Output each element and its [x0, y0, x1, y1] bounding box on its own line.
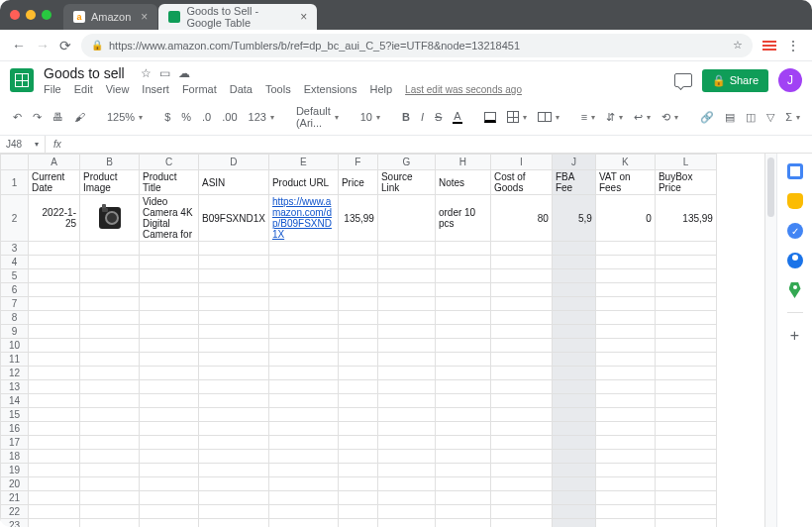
vertical-scrollbar[interactable] — [764, 154, 776, 527]
cell[interactable] — [595, 505, 655, 519]
comments-icon[interactable] — [674, 73, 692, 87]
cell[interactable] — [595, 325, 655, 339]
cell[interactable] — [435, 491, 490, 505]
cell[interactable]: 0 — [595, 195, 655, 242]
cell[interactable]: Source Link — [377, 170, 435, 195]
cell[interactable] — [338, 339, 377, 353]
forward-button[interactable]: → — [36, 38, 50, 53]
cell[interactable] — [199, 477, 269, 491]
cell[interactable] — [435, 353, 490, 367]
star-doc-icon[interactable]: ☆ — [141, 66, 152, 80]
cell[interactable] — [268, 311, 338, 325]
cell[interactable] — [29, 311, 80, 325]
row-header[interactable]: 2 — [1, 195, 29, 242]
undo-button[interactable]: ↶ — [10, 109, 25, 126]
cell[interactable] — [338, 450, 377, 464]
cell[interactable] — [80, 380, 140, 394]
insert-link-button[interactable]: 🔗 — [697, 109, 717, 126]
row-header[interactable]: 13 — [1, 380, 29, 394]
horizontal-align-button[interactable]: ≡ — [578, 109, 598, 125]
row-header[interactable]: 11 — [1, 353, 29, 367]
cell[interactable] — [655, 339, 716, 353]
star-icon[interactable]: ☆ — [733, 39, 743, 52]
cell[interactable]: Product URL — [268, 170, 338, 195]
cell[interactable] — [338, 325, 377, 339]
cell[interactable] — [490, 297, 552, 311]
row-header[interactable]: 23 — [1, 519, 29, 528]
cell[interactable] — [29, 269, 80, 283]
cell[interactable] — [435, 464, 490, 477]
cell[interactable] — [490, 394, 552, 408]
cell[interactable] — [29, 283, 80, 297]
cell[interactable] — [29, 256, 80, 269]
cell[interactable] — [268, 394, 338, 408]
cell[interactable] — [490, 367, 552, 380]
cell[interactable] — [377, 491, 435, 505]
cell[interactable] — [435, 422, 490, 436]
cell[interactable] — [655, 491, 716, 505]
name-box[interactable]: J48▾ — [0, 136, 46, 153]
cell[interactable] — [140, 464, 199, 477]
cell[interactable] — [338, 269, 377, 283]
cell[interactable] — [80, 519, 140, 528]
cell[interactable] — [435, 408, 490, 422]
cell[interactable] — [377, 311, 435, 325]
column-header-H[interactable]: H — [435, 155, 490, 170]
menu-help[interactable]: Help — [369, 83, 392, 95]
cell[interactable] — [435, 256, 490, 269]
cell[interactable] — [338, 505, 377, 519]
cell[interactable] — [338, 408, 377, 422]
cell[interactable] — [490, 408, 552, 422]
cell[interactable]: 2022-1-25 — [29, 195, 80, 242]
cell[interactable] — [490, 269, 552, 283]
cell[interactable] — [655, 353, 716, 367]
cell[interactable] — [140, 477, 199, 491]
cell[interactable] — [435, 297, 490, 311]
cell[interactable]: Cost of Goods — [490, 170, 552, 195]
cell[interactable] — [199, 505, 269, 519]
cell[interactable] — [268, 353, 338, 367]
cell[interactable] — [29, 464, 80, 477]
cell[interactable]: ASIN — [199, 170, 269, 195]
cell[interactable] — [268, 505, 338, 519]
cell[interactable] — [29, 242, 80, 256]
maps-icon[interactable] — [789, 282, 801, 298]
row-header[interactable]: 16 — [1, 422, 29, 436]
cell[interactable] — [268, 256, 338, 269]
cell[interactable]: Notes — [435, 170, 490, 195]
cell[interactable] — [552, 450, 595, 464]
cell[interactable] — [595, 339, 655, 353]
menu-data[interactable]: Data — [230, 83, 253, 95]
cell[interactable] — [377, 380, 435, 394]
cell[interactable] — [268, 242, 338, 256]
cell[interactable] — [595, 380, 655, 394]
print-button[interactable]: 🖶 — [50, 109, 66, 125]
cell[interactable] — [29, 367, 80, 380]
cell[interactable] — [552, 311, 595, 325]
cell[interactable] — [268, 339, 338, 353]
cell[interactable] — [655, 256, 716, 269]
cell[interactable] — [140, 283, 199, 297]
cell[interactable] — [490, 353, 552, 367]
cell[interactable] — [595, 311, 655, 325]
cell[interactable] — [29, 422, 80, 436]
cell[interactable]: B09FSXND1X — [199, 195, 269, 242]
cell[interactable] — [199, 256, 269, 269]
cell[interactable] — [80, 367, 140, 380]
cell[interactable] — [338, 477, 377, 491]
cell[interactable] — [552, 256, 595, 269]
cell[interactable] — [199, 464, 269, 477]
cell[interactable] — [199, 367, 269, 380]
cell[interactable] — [199, 380, 269, 394]
cell[interactable] — [80, 256, 140, 269]
cell[interactable] — [199, 297, 269, 311]
cell[interactable] — [595, 353, 655, 367]
sheets-logo-icon[interactable] — [10, 68, 34, 92]
cell[interactable] — [29, 436, 80, 450]
cell[interactable] — [655, 269, 716, 283]
cell[interactable] — [338, 242, 377, 256]
cell[interactable] — [199, 394, 269, 408]
cell[interactable] — [140, 325, 199, 339]
cell[interactable] — [29, 408, 80, 422]
insert-chart-button[interactable]: ◫ — [743, 109, 759, 126]
